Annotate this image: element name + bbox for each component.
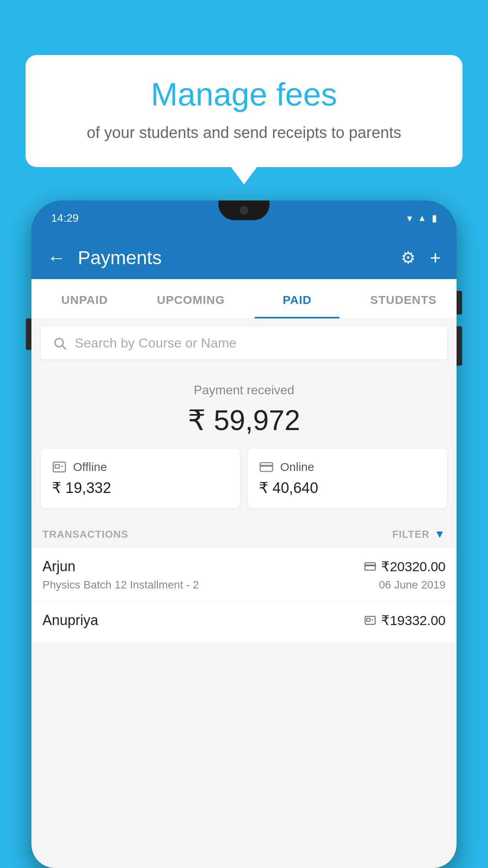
transaction-name-anupriya: Anupriya [42, 612, 98, 629]
header-title: Payments [78, 247, 389, 268]
status-icons [407, 212, 437, 224]
online-amount: ₹ 40,640 [259, 479, 436, 497]
search-placeholder: Search by Course or Name [75, 335, 237, 351]
phone-frame: 14:29 ← Payments ⚙ + UNPAID [31, 200, 457, 868]
online-txn-icon-arjun [364, 562, 376, 571]
phone-container: 14:29 ← Payments ⚙ + UNPAID [31, 200, 457, 868]
transaction-top-anupriya: Anupriya ₹19332.00 [42, 612, 446, 629]
payment-received-amount: ₹ 59,972 [39, 404, 449, 437]
filter-button[interactable]: FILTER ▼ [392, 528, 446, 541]
settings-icon[interactable]: ⚙ [401, 248, 416, 267]
transaction-date-arjun: 06 June 2019 [379, 579, 446, 591]
phone-inner: 14:29 ← Payments ⚙ + UNPAID [31, 200, 457, 868]
offline-label: Offline [73, 460, 107, 474]
transaction-amount-anupriya: ₹19332.00 [364, 612, 446, 628]
tab-upcoming[interactable]: UPCOMING [138, 279, 244, 318]
add-icon[interactable]: + [430, 247, 441, 268]
status-bar: 14:29 [31, 200, 457, 236]
payment-received-section: Payment received ₹ 59,972 [31, 367, 457, 449]
phone-side-button-left [26, 318, 31, 350]
transaction-name-arjun: Arjun [42, 558, 75, 575]
camera [240, 206, 248, 215]
payment-received-label: Payment received [39, 383, 449, 397]
bubble-title: Manage fees [53, 77, 435, 112]
svg-rect-3 [55, 465, 59, 468]
filter-icon: ▼ [434, 528, 446, 541]
signal-icon [418, 213, 426, 223]
transactions-header: TRANSACTIONS FILTER ▼ [31, 520, 457, 547]
online-payment-icon [259, 461, 274, 473]
offline-txn-icon-anupriya [364, 615, 376, 626]
search-bar[interactable]: Search by Course or Name [41, 327, 447, 359]
filter-label: FILTER [392, 528, 429, 541]
status-time: 14:29 [51, 212, 79, 224]
bubble-subtitle: of your students and send receipts to pa… [53, 121, 435, 143]
phone-side-button-right-top [457, 291, 462, 314]
tab-students[interactable]: STUDENTS [350, 279, 457, 318]
notch [218, 200, 270, 220]
online-payment-card: Online ₹ 40,640 [248, 449, 447, 508]
transaction-row-arjun[interactable]: Arjun ₹20320.00 Physics Batch 12 Install… [31, 547, 457, 601]
offline-payment-card: Offline ₹ 19,332 [41, 449, 240, 508]
offline-amount: ₹ 19,332 [52, 479, 229, 497]
offline-card-header: Offline [52, 460, 229, 474]
online-card-header: Online [259, 460, 436, 474]
offline-payment-icon [52, 460, 67, 474]
speech-bubble: Manage fees of your students and send re… [26, 55, 462, 167]
tab-unpaid[interactable]: UNPAID [31, 279, 138, 318]
transaction-row-anupriya[interactable]: Anupriya ₹19332.00 [31, 601, 457, 642]
wifi-icon [407, 212, 412, 224]
payment-cards: Offline ₹ 19,332 Online ₹ 40,640 [31, 449, 457, 520]
battery-icon [432, 213, 437, 224]
tab-paid[interactable]: PAID [244, 279, 350, 318]
app-content: Search by Course or Name Payment receive… [31, 319, 457, 868]
transaction-top-arjun: Arjun ₹20320.00 [42, 558, 446, 575]
phone-side-button-right-bottom [457, 326, 462, 366]
header-action-icons: ⚙ + [401, 247, 441, 268]
back-button[interactable]: ← [47, 247, 66, 268]
svg-rect-10 [367, 618, 370, 622]
online-label: Online [280, 460, 314, 474]
tabs-container: UNPAID UPCOMING PAID STUDENTS [31, 279, 457, 319]
search-icon [53, 336, 67, 350]
transactions-label: TRANSACTIONS [42, 528, 128, 541]
speech-bubble-container: Manage fees of your students and send re… [26, 55, 462, 167]
transaction-amount-arjun: ₹20320.00 [364, 559, 446, 574]
app-header: ← Payments ⚙ + [31, 236, 457, 279]
svg-rect-5 [260, 463, 273, 471]
transaction-course-arjun: Physics Batch 12 Installment - 2 [42, 579, 199, 591]
svg-line-1 [62, 346, 66, 349]
transaction-bottom-arjun: Physics Batch 12 Installment - 2 06 June… [42, 579, 446, 591]
svg-rect-7 [365, 563, 376, 570]
